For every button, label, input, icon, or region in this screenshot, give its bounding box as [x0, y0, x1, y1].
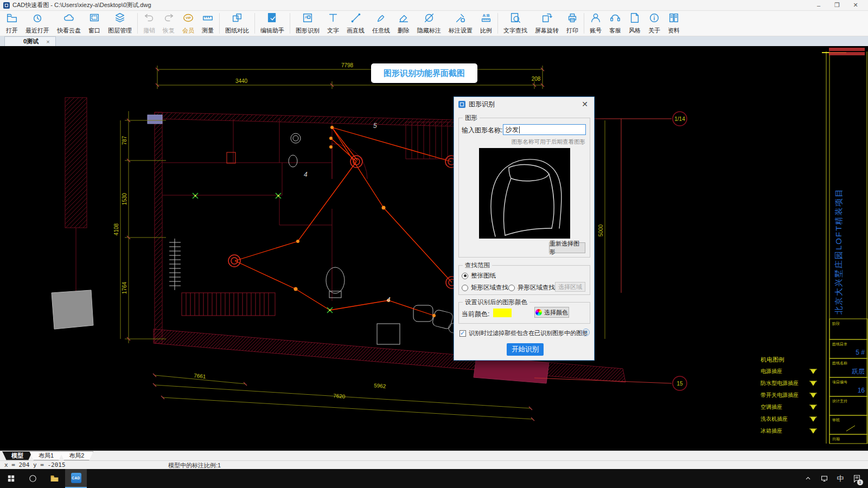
hide-annotation-icon — [423, 12, 435, 26]
edit-assistant-icon — [266, 12, 278, 26]
toolbar-item-11[interactable]: 编辑助手 — [257, 11, 288, 36]
toolbar-item-27[interactable]: 资料 — [664, 11, 684, 36]
svg-text:4: 4 — [304, 171, 308, 178]
dialog-close-icon[interactable]: ✕ — [580, 100, 590, 108]
filter-checkbox-row[interactable]: 识别时过滤掉那些包含在已识别图形中的图形 — [459, 329, 588, 337]
toolbar-separator — [137, 13, 138, 34]
sofa-outline — [479, 148, 570, 239]
svg-text:4: 4 — [387, 296, 391, 304]
svg-text:1530: 1530 — [122, 192, 127, 205]
title-block-cell-label: 审核 — [832, 418, 840, 422]
notifications-icon[interactable]: 1 — [848, 469, 865, 488]
title-block-mark — [846, 426, 855, 431]
file-explorer-icon[interactable] — [43, 469, 65, 488]
color-group-label: 设置识别后的图形颜色 — [463, 298, 529, 306]
screen-rotate-icon — [541, 12, 553, 26]
radio-poly-area[interactable]: 异形区域查找 — [508, 284, 555, 292]
start-recognition-button[interactable]: 开始识别 — [507, 343, 544, 356]
text-search-icon — [509, 12, 521, 26]
layout-tab-2[interactable]: 布局1 — [29, 451, 63, 460]
minimize-button[interactable]: – — [809, 1, 828, 10]
text-icon — [327, 12, 339, 26]
drawing-canvas[interactable]: 5 4 4 7798 3440 208 787 1530 1764 — [0, 46, 868, 451]
legend-socket-symbol — [809, 405, 817, 409]
toolbar-item-4[interactable]: 窗口 — [85, 11, 104, 36]
legend-item-label: 带开关电源插座 — [761, 392, 799, 398]
toolbar-item-label: 打印 — [566, 27, 578, 35]
toolbar-item-25[interactable]: 风格 — [625, 11, 644, 36]
toolbar-item-label: 文字 — [327, 27, 339, 35]
shape-name-hint: 图形名称可用于后期查看图形 — [512, 138, 586, 146]
document-tab-label: 0测试 — [23, 37, 39, 46]
tab-close-icon[interactable]: × — [46, 38, 49, 45]
cad-app-icon[interactable]: CAD — [65, 469, 87, 488]
dialog-title-bar[interactable]: 图形识别 ✕ — [454, 97, 594, 111]
toolbar-item-19[interactable]: A:B比例 — [476, 11, 496, 36]
window-icon — [88, 12, 100, 26]
selected-block — [148, 115, 162, 124]
toolbar-item-26[interactable]: 关于 — [644, 11, 664, 36]
toolbar-item-13[interactable]: 文字 — [323, 11, 343, 36]
freehand-icon — [375, 12, 387, 26]
toolbar-item-3[interactable]: 快看云盘 — [53, 11, 85, 36]
toolbar-item-label: 恢复 — [163, 27, 175, 35]
layout-tab-1[interactable]: 模型 — [2, 451, 33, 460]
shape-name-input[interactable]: 沙发 — [503, 124, 586, 135]
legend-item-label: 洗衣机插座 — [761, 416, 788, 422]
toolbar-item-20[interactable]: 文字查找 — [500, 11, 531, 36]
toolbar-item-5[interactable]: 图层管理 — [104, 11, 136, 36]
toolbar-item-label: 关于 — [648, 27, 660, 35]
toolbar-item-17[interactable]: 隐藏标注 — [413, 11, 445, 36]
legend-socket-symbol — [809, 381, 817, 386]
toolbar-item-1[interactable]: 打开 — [2, 11, 22, 36]
toolbar-item-10[interactable]: 图纸对比 — [221, 11, 253, 36]
toolbar-item-15[interactable]: 任意线 — [368, 11, 394, 36]
maximize-button[interactable]: ❐ — [828, 1, 846, 10]
toolbar-item-2[interactable]: 最近打开 — [22, 11, 53, 36]
pick-color-button[interactable]: 选择颜色 — [534, 307, 569, 318]
toolbar-item-22[interactable]: 打印 — [563, 11, 582, 36]
close-button[interactable]: ✕ — [846, 1, 865, 10]
toolbar-item-16[interactable]: 删除 — [394, 11, 413, 36]
toolbar-item-24[interactable]: 客服 — [605, 11, 625, 36]
toolbar-item-9[interactable]: 测量 — [198, 11, 218, 36]
svg-text:1/14: 1/14 — [674, 116, 685, 122]
toolbar-item-23[interactable]: 账号 — [586, 11, 605, 36]
svg-text:1764: 1764 — [122, 281, 127, 294]
account-icon — [590, 12, 602, 26]
filter-checkbox[interactable] — [459, 330, 466, 337]
network-icon[interactable] — [816, 469, 832, 488]
search-icon[interactable] — [22, 469, 43, 488]
ime-indicator[interactable]: 中 — [832, 469, 848, 488]
legend-item-label: 空调插座 — [761, 404, 782, 410]
current-color-label: 当前颜色: — [462, 310, 489, 319]
radio-whole-drawing[interactable]: 整张图纸 — [462, 272, 496, 280]
toolbar-item-18[interactable]: 标注设置 — [445, 11, 476, 36]
title-block-cell-label: 日期 — [832, 437, 840, 441]
hidden-icons-chevron[interactable] — [800, 469, 816, 488]
shape-recognition-dialog: 图形识别 ✕ 图形 输入图形名称: 沙发 图形名称可用于后期查看图形 — [454, 97, 595, 361]
toolbar-item-label: 打开 — [6, 27, 18, 35]
toolbar-item-12[interactable]: A图形识别 — [292, 11, 323, 36]
radio-rect-area[interactable]: 矩形区域查找 — [462, 284, 508, 292]
toolbar-item-label: 撤销 — [143, 27, 155, 35]
toolbar-item-8[interactable]: VIP会员 — [178, 11, 198, 36]
document-tab[interactable]: 0测试 × — [4, 36, 56, 46]
title-block: 北京大兴墅庄园LOFT精装项目 阶段图纸目录5 #图纸名称跃层项目编号16设计主… — [822, 48, 867, 444]
toolbar-item-21[interactable]: 屏幕旋转 — [531, 11, 563, 36]
toolbar-separator — [219, 13, 220, 34]
title-block-cell-value: 跃层 — [852, 368, 865, 375]
banner-text: 图形识别功能界面截图 — [384, 68, 465, 79]
svg-text:15: 15 — [676, 381, 683, 387]
search-range-label: 查找范围 — [463, 261, 492, 269]
docs-icon — [668, 12, 680, 26]
start-button[interactable] — [0, 469, 22, 488]
help-icon[interactable]: ? — [582, 329, 590, 336]
toolbar-item-14[interactable]: 画直线 — [343, 11, 368, 36]
toolbar-item-label: 图纸对比 — [225, 27, 249, 35]
taskbar: CAD 中 1 — [0, 469, 868, 488]
layout-tab-3[interactable]: 布局2 — [60, 451, 93, 460]
reselect-shape-button[interactable]: 重新选择图形 — [549, 242, 585, 253]
toolbar-item-label: 资料 — [668, 27, 680, 35]
cursor-coordinates: x = 204 y = -2015 — [4, 461, 66, 468]
